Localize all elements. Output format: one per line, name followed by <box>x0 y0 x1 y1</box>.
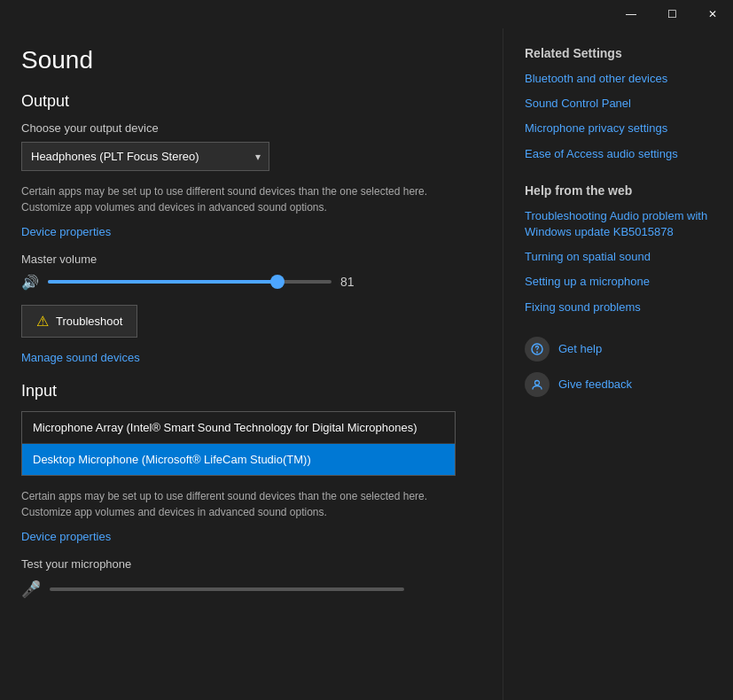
mic-test-row: 🎤 <box>21 579 481 599</box>
related-link-mic-privacy[interactable]: Microphone privacy settings <box>525 121 712 136</box>
speaker-icon: 🔊 <box>21 274 39 291</box>
mic-test-section: Test your microphone 🎤 <box>21 557 481 599</box>
maximize-button[interactable]: ☐ <box>651 0 692 28</box>
right-panel: Related Settings Bluetooth and other dev… <box>503 28 733 700</box>
related-link-bluetooth[interactable]: Bluetooth and other devices <box>525 71 712 87</box>
input-section: Input Microphone Array (Intel® Smart Sou… <box>21 382 481 599</box>
give-feedback-row[interactable]: Give feedback <box>525 372 712 397</box>
output-info-text: Certain apps may be set up to use differ… <box>21 183 447 215</box>
warning-icon: ⚠ <box>36 313 49 330</box>
input-device-item-1[interactable]: Desktop Microphone (Microsoft® LifeCam S… <box>22 444 455 475</box>
volume-slider-track <box>48 280 331 284</box>
microphone-icon: 🎤 <box>21 579 41 599</box>
output-device-label: Choose your output device <box>21 121 481 135</box>
help-link-fixing-sound[interactable]: Fixing sound problems <box>525 299 712 315</box>
help-link-troubleshoot-audio[interactable]: Troubleshooting Audio problem with Windo… <box>525 208 712 240</box>
related-settings-links: Bluetooth and other devices Sound Contro… <box>525 71 712 162</box>
input-device-name-0: Microphone Array (Intel® Smart Sound Tec… <box>33 421 417 434</box>
give-feedback-icon <box>525 372 550 397</box>
svg-point-1 <box>536 351 538 353</box>
volume-row: 🔊 81 <box>21 273 481 291</box>
get-help-icon <box>525 337 550 362</box>
input-device-item-0[interactable]: Microphone Array (Intel® Smart Sound Tec… <box>22 412 455 444</box>
volume-slider-fill <box>48 280 277 284</box>
troubleshoot-button[interactable]: ⚠ Troubleshoot <box>21 305 137 338</box>
titlebar: — ☐ ✕ <box>0 0 733 28</box>
manage-sound-devices-link[interactable]: Manage sound devices <box>21 351 140 364</box>
help-web-links: Troubleshooting Audio problem with Windo… <box>525 208 712 315</box>
mic-test-label: Test your microphone <box>21 557 481 571</box>
volume-section: Master volume 🔊 81 <box>21 253 481 291</box>
mic-level-track <box>50 587 404 591</box>
related-link-sound-panel[interactable]: Sound Control Panel <box>525 96 712 112</box>
volume-label: Master volume <box>21 253 481 266</box>
volume-slider-thumb[interactable] <box>270 275 285 289</box>
troubleshoot-label: Troubleshoot <box>56 315 122 328</box>
related-settings-title: Related Settings <box>525 46 712 60</box>
help-web-title: Help from the web <box>525 183 712 198</box>
give-feedback-link[interactable]: Give feedback <box>558 377 632 393</box>
input-device-list: Microphone Array (Intel® Smart Sound Tec… <box>21 411 456 476</box>
output-section-title: Output <box>21 92 481 111</box>
related-link-ease-access[interactable]: Ease of Access audio settings <box>525 146 712 162</box>
svg-point-2 <box>535 380 540 385</box>
minimize-button[interactable]: — <box>611 0 651 28</box>
close-button[interactable]: ✕ <box>692 0 733 28</box>
main-content: Sound Output Choose your output device H… <box>0 28 733 700</box>
volume-slider-container[interactable] <box>48 273 331 291</box>
help-link-spatial-sound[interactable]: Turning on spatial sound <box>525 249 712 265</box>
left-panel: Sound Output Choose your output device H… <box>0 28 503 700</box>
get-help-link[interactable]: Get help <box>558 341 602 357</box>
input-info-text: Certain apps may be set up to use differ… <box>21 488 447 520</box>
input-device-name-1: Desktop Microphone (Microsoft® LifeCam S… <box>33 453 311 466</box>
output-device-dropdown-container: Headphones (PLT Focus Stereo) ▾ <box>21 142 269 171</box>
output-device-properties-link[interactable]: Device properties <box>21 225 111 238</box>
page-title: Sound <box>21 46 481 74</box>
output-device-dropdown[interactable]: Headphones (PLT Focus Stereo) <box>21 142 269 171</box>
volume-value: 81 <box>340 275 367 289</box>
get-help-row[interactable]: Get help <box>525 337 712 362</box>
input-section-title: Input <box>21 382 481 401</box>
help-link-setup-mic[interactable]: Setting up a microphone <box>525 274 712 290</box>
input-device-properties-link[interactable]: Device properties <box>21 530 111 543</box>
